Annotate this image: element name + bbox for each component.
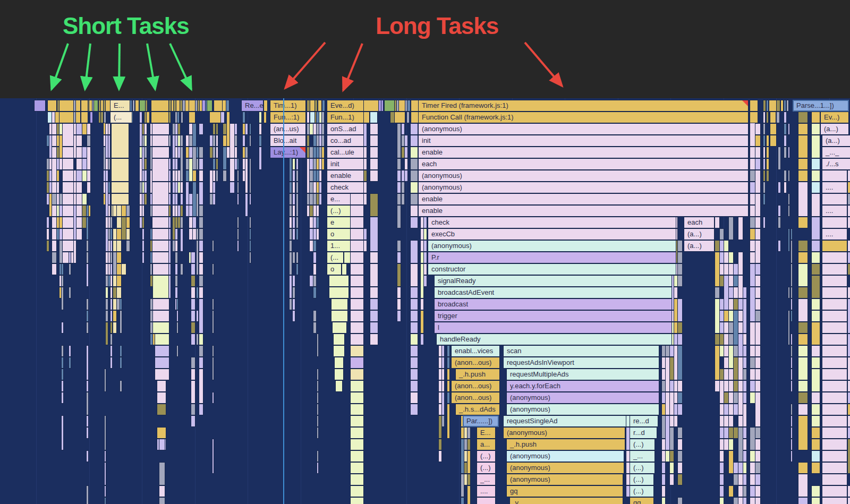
- flame-strip-cell[interactable]: [755, 486, 760, 497]
- flame-strip-cell[interactable]: [724, 392, 728, 403]
- flame-strip-cell[interactable]: [720, 322, 724, 333]
- flame-strip-cell[interactable]: [108, 241, 110, 251]
- flame-strip-cell[interactable]: [734, 264, 738, 275]
- flame-strip-cell[interactable]: [169, 182, 171, 193]
- flame-block[interactable]: enable: [419, 147, 748, 158]
- flame-block[interactable]: init: [327, 159, 363, 169]
- flame-block[interactable]: (...): [630, 439, 654, 450]
- flame-strip-cell[interactable]: [729, 311, 733, 321]
- flame-strip-cell[interactable]: [743, 474, 746, 485]
- flame-strip-cell[interactable]: [411, 241, 418, 263]
- flame-strip-cell[interactable]: [60, 194, 62, 204]
- flame-block-unlabeled[interactable]: [822, 276, 847, 286]
- flame-strip-cell[interactable]: [52, 135, 56, 146]
- flame-strip-cell[interactable]: [678, 451, 682, 462]
- task-segment[interactable]: [151, 112, 169, 123]
- flame-strip-cell[interactable]: [405, 135, 407, 146]
- flame-strip-cell[interactable]: [113, 252, 116, 275]
- flame-strip-cell[interactable]: [738, 276, 743, 298]
- flame-strip-cell[interactable]: [216, 147, 218, 158]
- flame-strip-cell[interactable]: [62, 346, 63, 356]
- flame-strip-cell[interactable]: [317, 182, 319, 193]
- flame-strip-cell[interactable]: [173, 159, 175, 169]
- flame-strip-cell[interactable]: [626, 416, 630, 426]
- flame-strip-cell[interactable]: [755, 276, 760, 286]
- flame-strip-cell[interactable]: [110, 252, 112, 263]
- flame-strip-cell[interactable]: [57, 217, 59, 228]
- flame-block[interactable]: constructor: [428, 264, 676, 275]
- flame-strip-cell[interactable]: [49, 124, 52, 134]
- flame-strip-cell[interactable]: [296, 182, 298, 193]
- task-segment[interactable]: [185, 100, 189, 111]
- flame-strip-cell[interactable]: [755, 439, 760, 450]
- flame-strip-cell[interactable]: [848, 404, 850, 415]
- flame-strip-cell[interactable]: [798, 264, 808, 286]
- flame-strip-cell[interactable]: [142, 194, 144, 204]
- flame-block[interactable]: E...: [477, 428, 495, 438]
- flame-strip-cell[interactable]: [767, 135, 769, 146]
- flame-strip-cell[interactable]: [674, 287, 677, 298]
- task-segment[interactable]: [264, 100, 267, 111]
- flame-strip-cell[interactable]: [57, 170, 59, 181]
- flame-strip-cell[interactable]: [411, 147, 418, 158]
- flame-strip-cell[interactable]: [106, 252, 108, 263]
- flame-strip-cell[interactable]: [181, 182, 183, 193]
- flame-strip-cell[interactable]: [243, 159, 245, 169]
- flame-strip-cell[interactable]: [626, 463, 630, 473]
- flame-strip-cell[interactable]: [424, 217, 427, 228]
- task-segment[interactable]: [781, 100, 783, 111]
- flame-strip-cell[interactable]: [755, 392, 760, 426]
- flame-strip-cell[interactable]: [197, 194, 198, 216]
- flame-strip-cell[interactable]: [798, 392, 808, 403]
- flame-strip-cell[interactable]: [150, 299, 152, 310]
- flame-strip-cell[interactable]: [720, 299, 724, 310]
- flame-strip-cell[interactable]: [411, 194, 418, 204]
- flame-strip-cell[interactable]: [812, 112, 820, 123]
- flame-strip-cell[interactable]: [662, 416, 665, 438]
- flame-strip-cell[interactable]: [87, 451, 88, 462]
- flame-block[interactable]: co...ad: [327, 135, 363, 146]
- flame-strip-cell[interactable]: [755, 428, 760, 438]
- task-segment[interactable]: [750, 112, 758, 123]
- flame-strip-cell[interactable]: [670, 346, 674, 356]
- flame-block[interactable]: check: [428, 217, 676, 228]
- flame-strip-cell[interactable]: [812, 451, 820, 462]
- flame-block[interactable]: enabl...vices: [452, 346, 499, 356]
- flame-strip-cell[interactable]: [245, 147, 248, 158]
- flame-strip-cell[interactable]: [250, 124, 251, 134]
- flame-strip-cell[interactable]: [662, 498, 665, 504]
- flame-strip-cell[interactable]: [743, 287, 746, 298]
- flame-strip-cell[interactable]: [317, 463, 318, 473]
- flame-strip-cell[interactable]: [197, 241, 198, 275]
- flame-block-unlabeled[interactable]: [344, 252, 351, 263]
- flame-block-unlabeled[interactable]: [351, 498, 363, 504]
- flame-strip-cell[interactable]: [442, 416, 444, 426]
- flame-block[interactable]: requestAdsInViewport: [504, 357, 659, 368]
- flame-strip-cell[interactable]: [175, 135, 177, 146]
- flame-strip-cell[interactable]: [296, 217, 298, 228]
- flame-strip-cell[interactable]: [47, 170, 49, 181]
- flame-strip-cell[interactable]: [144, 194, 147, 204]
- flame-strip-cell[interactable]: [76, 159, 82, 169]
- flame-strip-cell[interactable]: [106, 264, 108, 275]
- task-segment[interactable]: [395, 112, 405, 123]
- flame-strip-cell[interactable]: [62, 392, 63, 403]
- flame-strip-cell[interactable]: [715, 252, 719, 286]
- flame-strip-cell[interactable]: [848, 334, 850, 356]
- flame-strip-cell[interactable]: [105, 486, 106, 497]
- flame-strip-cell[interactable]: [397, 287, 401, 298]
- flame-strip-cell[interactable]: [738, 357, 743, 380]
- flame-strip-cell[interactable]: [106, 182, 108, 216]
- flame-strip-cell[interactable]: [729, 428, 733, 438]
- flame-strip-cell[interactable]: [87, 241, 88, 251]
- flame-strip-cell[interactable]: [743, 486, 746, 497]
- flame-strip-cell[interactable]: [62, 357, 63, 368]
- flame-strip-cell[interactable]: [678, 474, 682, 485]
- flame-strip-cell[interactable]: [243, 135, 245, 146]
- flame-strip-cell[interactable]: [755, 135, 760, 146]
- flame-strip-cell[interactable]: [791, 416, 792, 426]
- flame-strip-cell[interactable]: [82, 147, 87, 158]
- flame-strip-cell[interactable]: [150, 311, 152, 321]
- flame-strip-cell[interactable]: [424, 229, 427, 240]
- flame-strip-cell[interactable]: [199, 404, 203, 415]
